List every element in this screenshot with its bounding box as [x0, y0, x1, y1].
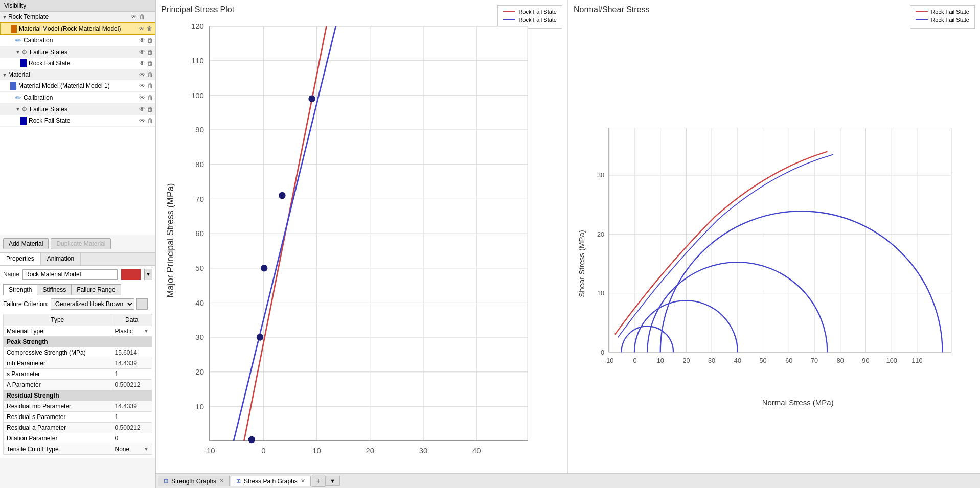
svg-text:80: 80 — [195, 160, 204, 169]
tab-add-button[interactable]: + — [312, 475, 325, 487]
svg-text:50: 50 — [760, 357, 767, 364]
tree-item-rock-fail-state-mat[interactable]: Rock Fail State 👁 🗑 — [0, 115, 155, 127]
delete-icon[interactable]: 🗑 — [147, 94, 153, 101]
delete-icon[interactable]: 🗑 — [147, 25, 153, 32]
section-label: Residual Strength — [4, 390, 152, 401]
tree-item-failure-states-mat[interactable]: ▼ ⚙ Failure States 👁 🗑 — [0, 104, 155, 115]
table-row-s[interactable]: s Parameter 1 — [4, 368, 152, 379]
svg-text:30: 30 — [708, 357, 715, 364]
tree-item-material-group[interactable]: ▼ Material 👁 🗑 — [0, 69, 155, 80]
eye-icon[interactable]: 👁 — [139, 71, 145, 78]
svg-text:0: 0 — [601, 349, 604, 356]
color-indicator — [10, 82, 16, 90]
svg-text:20: 20 — [682, 357, 690, 364]
eye-icon[interactable]: 👁 — [139, 49, 145, 56]
svg-text:90: 90 — [862, 357, 869, 364]
table-row-a[interactable]: A Parameter 0.500212 — [4, 379, 152, 390]
delete-icon[interactable]: 🗑 — [147, 60, 153, 67]
panel-buttons: Add Material Duplicate Material — [0, 235, 155, 253]
svg-text:120: 120 — [191, 22, 204, 30]
name-row: Name ▼ — [3, 269, 152, 280]
visibility-header: Visibility — [0, 0, 155, 12]
name-input[interactable] — [22, 269, 118, 280]
cell-value: 1 — [111, 368, 152, 379]
table-row-compressive[interactable]: Compressive Strength (MPa) 15.6014 — [4, 347, 152, 358]
cell-value[interactable]: Plastic ▼ — [111, 326, 152, 336]
color-expand-button[interactable]: ▼ — [144, 269, 152, 280]
eye-icon[interactable]: 👁 — [139, 25, 145, 32]
tree-label: Material — [8, 71, 139, 78]
strength-tab-close[interactable]: ✕ — [219, 478, 224, 484]
cell-label: Dilation Parameter — [4, 433, 111, 444]
eye-icon[interactable]: 👁 — [131, 13, 137, 20]
graphs-container: Principal Stress Plot Rock Fail State Ro… — [156, 0, 980, 473]
delete-icon[interactable]: 🗑 — [147, 106, 153, 113]
calibration-icon: ✏ — [15, 94, 21, 102]
failure-criterion-select[interactable]: Generalized Hoek Brown — [51, 298, 134, 310]
tab-properties[interactable]: Properties — [0, 253, 41, 265]
svg-text:0: 0 — [261, 447, 265, 455]
svg-text:70: 70 — [195, 195, 204, 203]
cell-value: 14.4339 — [111, 401, 152, 411]
eye-icon[interactable]: 👁 — [139, 94, 145, 101]
eye-icon[interactable]: 👁 — [139, 117, 145, 124]
delete-icon[interactable]: 🗑 — [147, 71, 153, 78]
svg-text:20: 20 — [195, 368, 204, 376]
table-row-residual-s[interactable]: Residual s Parameter 1 — [4, 411, 152, 422]
cell-label: Material Type — [4, 326, 111, 336]
tree-item-material-model-1[interactable]: Material Model (Material Model 1) 👁 🗑 — [0, 80, 155, 92]
table-row-material-type[interactable]: Material Type Plastic ▼ — [4, 326, 152, 336]
tree-label: Rock Template — [8, 13, 131, 20]
svg-text:30: 30 — [195, 333, 204, 341]
duplicate-material-button[interactable]: Duplicate Material — [51, 238, 111, 249]
col-data: Data — [111, 314, 152, 326]
eye-icon[interactable]: 👁 — [139, 60, 145, 67]
table-row-dilation[interactable]: Dilation Parameter 0 — [4, 433, 152, 444]
sub-tab-failure-range[interactable]: Failure Range — [71, 284, 121, 295]
legend-line-1 — [503, 11, 515, 12]
color-button[interactable] — [121, 269, 141, 280]
delete-icon[interactable]: 🗑 — [147, 37, 153, 44]
eye-icon[interactable]: 👁 — [139, 82, 145, 89]
add-material-button[interactable]: Add Material — [3, 238, 49, 249]
left-panel: Visibility ▼ Rock Template 👁 🗑 M — [0, 0, 156, 488]
table-row-mb[interactable]: mb Parameter 14.4339 — [4, 358, 152, 368]
cell-value[interactable]: None ▼ — [111, 444, 152, 454]
tree-item-failure-states-rock[interactable]: ▼ ⚙ Failure States 👁 🗑 — [0, 47, 155, 58]
toggle-icon[interactable]: ▼ — [15, 106, 20, 112]
sub-tab-stiffness[interactable]: Stiffness — [37, 284, 72, 295]
toggle-icon[interactable]: ▼ — [2, 72, 7, 78]
tree-item-calibration-rock[interactable]: ✏ Calibration 👁 🗑 — [0, 35, 155, 47]
tree-item-rock-template[interactable]: ▼ Rock Template 👁 🗑 — [0, 12, 155, 22]
toggle-icon[interactable]: ▼ — [15, 49, 20, 55]
color-indicator — [20, 59, 27, 67]
delete-icon[interactable]: 🗑 — [147, 117, 153, 124]
svg-text:90: 90 — [195, 126, 204, 134]
sub-tab-strength[interactable]: Strength — [3, 284, 37, 295]
delete-icon[interactable]: 🗑 — [147, 49, 153, 56]
tab-animation[interactable]: Animation — [41, 253, 81, 265]
delete-icon[interactable]: 🗑 — [147, 82, 153, 89]
failure-criterion-label: Failure Criterion: — [3, 300, 49, 308]
tree-item-calibration-mat[interactable]: ✏ Calibration 👁 🗑 — [0, 92, 155, 104]
stress-path-tab-close[interactable]: ✕ — [301, 478, 305, 484]
criterion-settings-icon[interactable] — [136, 298, 148, 310]
table-row-residual-mb[interactable]: Residual mb Parameter 14.4339 — [4, 401, 152, 411]
table-row-residual-a[interactable]: Residual a Parameter 0.500212 — [4, 422, 152, 433]
tab-more-button[interactable]: ▼ — [325, 476, 340, 486]
tab-stress-path-graphs[interactable]: ⊞ Stress Path Graphs ✕ — [231, 476, 311, 486]
tree-item-rock-fail-state[interactable]: Rock Fail State 👁 🗑 — [0, 58, 155, 69]
normal-shear-svg: Shear Stress (MPa) Normal Stress (MPa) — [574, 39, 975, 473]
svg-text:70: 70 — [811, 357, 818, 364]
tab-strength-graphs[interactable]: ⊞ Strength Graphs ✕ — [158, 476, 230, 486]
delete-icon[interactable]: 🗑 — [139, 13, 145, 20]
table-row-tensile[interactable]: Tensile Cutoff Type None ▼ — [4, 444, 152, 454]
normal-shear-chart: Shear Stress (MPa) Normal Stress (MPa) — [574, 18, 975, 468]
cell-value: 0.500212 — [111, 422, 152, 433]
toggle-icon[interactable]: ▼ — [2, 14, 7, 20]
tree-item-material-model-rock[interactable]: Material Model (Rock Material Model) 👁 🗑 — [0, 22, 155, 35]
stress-path-tab-label: Stress Path Graphs — [244, 478, 298, 485]
data-table: Type Data Material Type Plastic ▼ — [3, 314, 152, 455]
eye-icon[interactable]: 👁 — [139, 37, 145, 44]
eye-icon[interactable]: 👁 — [139, 106, 145, 113]
